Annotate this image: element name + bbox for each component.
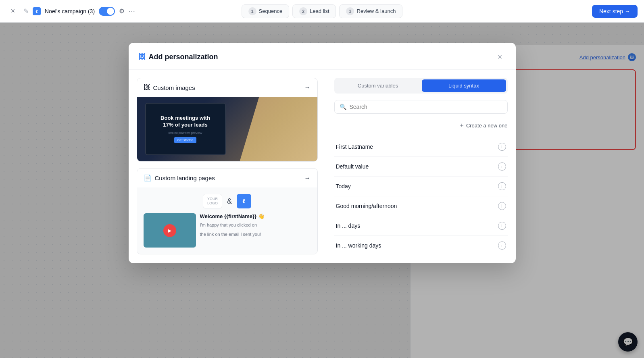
create-new-button[interactable]: + Create a new one (334, 120, 508, 131)
lead-list-step[interactable]: 2 Lead list (292, 4, 336, 18)
info-icon-3[interactable]: i (498, 202, 506, 210)
step-navigation: 1 Sequence 2 Lead list 3 Review & launch (242, 4, 403, 18)
search-input[interactable] (350, 104, 502, 110)
variable-item-default-value[interactable]: Default value i (334, 157, 508, 177)
lemlist-logo: ℓ (237, 194, 251, 208)
monitor-cta: Get started (174, 137, 197, 143)
monitor-subtext: lemlist platform preview (169, 131, 202, 135)
next-step-button[interactable]: Next step → (592, 5, 638, 18)
person-photo (221, 97, 317, 161)
modal-title-text: Add personalization (149, 53, 218, 61)
variable-item-today[interactable]: Today i (334, 177, 508, 196)
ampersand-symbol: & (227, 197, 232, 206)
modal-close-button[interactable]: × (494, 51, 506, 63)
modal-header: 🖼 Add personalization × (129, 43, 516, 70)
more-options-icon[interactable]: ⋯ (129, 7, 135, 15)
campaign-icon: ℓ (33, 7, 41, 15)
modal-body: 🖼 Custom images → Book meetings with17% … (129, 70, 516, 263)
custom-images-arrow[interactable]: → (304, 84, 311, 91)
tab-liquid-syntax[interactable]: Liquid syntax (422, 79, 506, 92)
lead-list-label: Lead list (310, 8, 329, 14)
custom-landing-title: 📄 Custom landing pages (144, 174, 215, 182)
landing-logos: YOUR LOGO & ℓ (203, 194, 251, 208)
review-launch-step[interactable]: 3 Review & launch (340, 4, 403, 18)
modal-overlay: 🖼 Add personalization × 🖼 Custom images … (0, 23, 644, 358)
edit-icon: ✎ (23, 7, 29, 15)
custom-landing-icon: 📄 (144, 174, 152, 182)
custom-landing-card: 📄 Custom landing pages → YOUR LOGO & (137, 168, 318, 254)
info-icon-2[interactable]: i (498, 182, 506, 190)
landing-card-body: YOUR LOGO & ℓ ▶ Welcome {{firstName}} (137, 187, 317, 254)
your-logo-box: YOUR LOGO (203, 194, 222, 208)
variable-name-1: Default value (336, 163, 369, 170)
landing-text-content: Welcome {{firstName}} 👋 I'm happy that y… (200, 213, 311, 248)
info-icon-5[interactable]: i (498, 241, 506, 250)
your-logo-line2: LOGO (207, 201, 218, 206)
custom-images-header: 🖼 Custom images → (137, 78, 317, 97)
close-button[interactable]: × (6, 5, 19, 18)
video-thumbnail: ▶ (144, 213, 196, 248)
topbar: × ✎ ℓ Noel's campaign (3) ⚙ ⋯ 1 Sequence… (0, 0, 644, 23)
landing-preview: ▶ Welcome {{firstName}} 👋 I'm happy that… (144, 213, 311, 248)
modal-left-panel: 🖼 Custom images → Book meetings with17% … (129, 70, 326, 263)
welcome-text: Welcome {{firstName}} 👋 (200, 213, 311, 219)
variable-name-2: Today (336, 183, 351, 189)
search-box: 🔍 (334, 100, 508, 114)
step-num-2: 2 (299, 7, 307, 15)
add-personalization-modal: 🖼 Add personalization × 🖼 Custom images … (129, 43, 516, 263)
gear-icon[interactable]: ⚙ (119, 7, 125, 15)
variable-item-good-morning[interactable]: Good morning/afternoon i (334, 196, 508, 216)
custom-images-preview: Book meetings with17% of your leads leml… (137, 97, 317, 161)
custom-landing-text: Custom landing pages (155, 175, 215, 181)
variable-name-4: In ... days (336, 223, 361, 229)
custom-images-card: 🖼 Custom images → Book meetings with17% … (137, 78, 318, 162)
modal-title: 🖼 Add personalization (138, 53, 218, 61)
variables-list: First Lastname i Default value i Today i… (334, 137, 508, 255)
play-button[interactable]: ▶ (163, 224, 176, 237)
create-new-label: Create a new one (466, 123, 508, 129)
step-num-3: 3 (346, 7, 354, 15)
custom-images-title: 🖼 Custom images (144, 84, 195, 91)
custom-landing-header: 📄 Custom landing pages → (137, 169, 317, 187)
variable-item-in-working-days[interactable]: In ... working days i (334, 236, 508, 255)
variable-item-in-days[interactable]: In ... days i (334, 216, 508, 236)
sequence-step[interactable]: 1 Sequence (242, 4, 290, 18)
modal-title-icon: 🖼 (138, 53, 146, 61)
custom-images-icon: 🖼 (144, 84, 150, 91)
modal-right-panel: Custom variables Liquid syntax 🔍 + Creat… (326, 70, 516, 263)
variable-tabs: Custom variables Liquid syntax (334, 78, 508, 94)
landing-sub1: I'm happy that you clicked on (200, 222, 311, 229)
plus-icon: + (460, 122, 464, 129)
variable-item-first-lastname[interactable]: First Lastname i (334, 137, 508, 157)
info-icon-4[interactable]: i (498, 222, 506, 230)
review-launch-label: Review & launch (357, 8, 396, 14)
variable-name-5: In ... working days (336, 242, 381, 249)
search-icon: 🔍 (340, 104, 346, 110)
your-logo-line1: YOUR (207, 197, 218, 201)
sequence-label: Sequence (259, 8, 283, 14)
custom-images-text: Custom images (153, 84, 195, 91)
variable-name-3: Good morning/afternoon (336, 203, 397, 209)
topbar-right: Next step → (592, 5, 638, 18)
step-num-1: 1 (248, 7, 256, 15)
monitor-mockup: Book meetings with17% of your leads leml… (145, 103, 226, 155)
monitor-headline: Book meetings with17% of your leads (157, 115, 213, 129)
campaign-title: Noel's campaign (3) (45, 8, 95, 15)
variable-name-0: First Lastname (336, 144, 373, 150)
landing-sub2: the link on the email I sent you! (200, 231, 311, 238)
info-icon-0[interactable]: i (498, 143, 506, 151)
custom-landing-arrow[interactable]: → (304, 175, 311, 182)
info-icon-1[interactable]: i (498, 162, 506, 171)
campaign-toggle[interactable] (99, 7, 115, 16)
tab-custom-variables[interactable]: Custom variables (336, 79, 420, 92)
